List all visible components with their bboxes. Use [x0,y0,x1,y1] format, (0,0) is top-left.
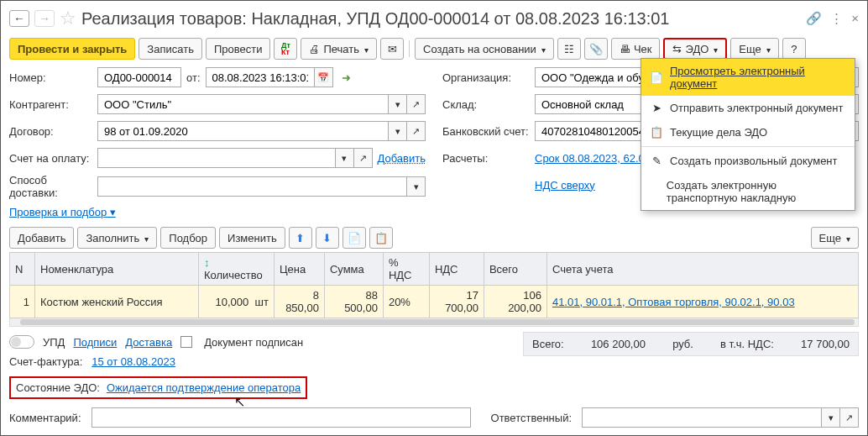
signed-checkbox[interactable] [180,336,192,348]
delivery-field[interactable] [102,180,402,194]
menu-send-edoc[interactable]: ➤ Отправить электронный документ [641,96,855,120]
move-up-button[interactable]: ⬆ [289,227,312,249]
date-field[interactable] [211,71,310,85]
dropdown-icon[interactable]: ▾ [389,121,407,141]
menu-current-edo[interactable]: 📋 Текущие дела ЭДО [641,120,855,144]
number-label: Номер: [9,71,97,84]
warehouse-label: Склад: [442,98,535,111]
open-icon[interactable]: ↗ [407,121,426,141]
copy-button[interactable]: 📄 [342,227,366,249]
posted-icon: ➜ [342,71,351,84]
open-icon[interactable]: ↗ [407,94,426,114]
dropdown-icon[interactable]: ▾ [389,94,407,114]
totals-bar: Всего: 106 200,00 руб. в т.ч. НДС: 17 70… [523,332,859,356]
check-link[interactable]: Проверка и подбор ▾ [9,206,116,218]
contract-label: Договор: [9,125,97,138]
from-label: от: [186,71,201,84]
list-icon: 📋 [650,126,663,139]
edo-status-link[interactable]: Ожидается подтверждение оператора [107,381,301,394]
col-price[interactable]: Цена [274,253,324,286]
comment-label: Комментарий: [9,412,81,424]
table-more-button[interactable]: Еще [811,227,859,249]
comment-field[interactable] [97,411,466,425]
dropdown-icon[interactable]: ▾ [407,176,426,197]
open-icon[interactable]: ↗ [840,407,859,428]
col-pvat[interactable]: % НДС [383,253,429,286]
cheque-button[interactable]: 🖶 Чек [611,38,661,60]
row-fill-button[interactable]: Заполнить [77,227,157,249]
accounts-link[interactable]: 41.01, 90.01.1, Оптовая торговля, 90.02.… [552,296,795,308]
items-table[interactable]: N Номенклатура ↕ Количество Цена Сумма %… [9,252,859,318]
sf-label: Счет-фактура: [9,355,82,368]
col-sum[interactable]: Сумма [324,253,383,286]
clip-button[interactable]: 📎 [584,38,608,60]
responsible-label: Ответственный: [491,412,572,424]
invoice-label: Счет на оплату: [9,152,97,165]
document-icon: 📄 [650,71,663,84]
delivery-label: Способ доставки: [9,174,97,199]
nav-back[interactable]: ← [9,10,29,27]
calc-label: Расчеты: [442,152,535,165]
dropdown-icon[interactable]: ▾ [336,148,354,168]
h-scrollbar[interactable] [9,318,859,327]
dtkt-button[interactable]: ДтКт [274,38,297,60]
help-button[interactable]: ? [782,38,806,60]
col-qty[interactable]: ↕ Количество [198,253,274,286]
move-down-button[interactable]: ⬇ [316,227,339,249]
kebab-icon[interactable]: ⋮ [830,11,843,26]
link-icon[interactable]: 🔗 [806,11,822,26]
upd-label: УПД [43,336,65,349]
col-acc[interactable]: Счета учета [546,253,858,286]
new-icon: ✎ [650,155,663,167]
shipping-link[interactable]: Доставка [125,336,172,349]
upd-toggle[interactable] [9,335,34,349]
edo-status-label: Состояние ЭДО: [16,381,100,394]
org-label: Организация: [442,71,535,84]
dropdown-icon[interactable]: ▾ [822,407,840,428]
menu-create-waybill[interactable]: Создать электронную транспортную накладн… [641,173,855,210]
page-title: Реализация товаров: Накладная, УПД ОД00-… [81,9,801,29]
col-vat[interactable]: НДС [429,253,484,286]
post-button[interactable]: Провести [206,38,271,60]
favorite-star-icon[interactable]: ☆ [60,8,76,29]
signatures-link[interactable]: Подписи [73,336,117,349]
send-icon: ➤ [650,102,663,114]
vat-link[interactable]: НДС сверху [535,179,595,192]
edo-button[interactable]: ⇆ ЭДО [663,38,727,60]
add-invoice-link[interactable]: Добавить [378,152,426,165]
more-button[interactable]: Еще [730,38,778,60]
menu-view-edoc[interactable]: 📄 Просмотреть электронный документ [641,59,855,96]
col-n[interactable]: N [10,253,35,286]
edo-dropdown-menu: 📄 Просмотреть электронный документ ➤ Отп… [641,58,855,211]
structure-button[interactable]: ☷ [557,38,581,60]
save-button[interactable]: Записать [139,38,202,60]
row-edit-button[interactable]: Изменить [219,227,285,249]
print-button[interactable]: 🖨 Печать [301,38,377,60]
sf-link[interactable]: 15 от 08.08.2023 [92,355,175,368]
nav-forward: → [34,10,55,27]
menu-create-doc[interactable]: ✎ Создать произвольный документ [641,149,855,173]
row-add-button[interactable]: Добавить [9,227,74,249]
table-row[interactable]: 1 Костюм женский Россия 10,000 шт 8 850,… [10,286,859,318]
contract-field[interactable] [102,124,384,139]
open-icon[interactable]: ↗ [354,148,373,168]
calendar-icon[interactable]: 📅 [315,67,333,87]
contragent-field[interactable] [102,97,384,112]
number-field[interactable] [102,71,176,85]
paste-button[interactable]: 📋 [369,227,393,249]
mail-button[interactable]: ✉ [380,38,404,60]
col-nom[interactable]: Номенклатура [35,253,199,286]
post-and-close-button[interactable]: Провести и закрыть [9,38,135,60]
signed-label: Документ подписан [204,336,303,349]
row-pick-button[interactable]: Подбор [160,227,216,249]
responsible-field[interactable] [587,411,817,425]
col-total[interactable]: Всего [484,253,546,286]
bank-label: Банковский счет: [442,125,535,138]
edo-status-box: Состояние ЭДО: Ожидается подтверждение о… [9,376,307,399]
contragent-label: Контрагент: [9,98,97,111]
close-icon[interactable]: × [851,11,859,26]
invoice-field[interactable] [102,151,331,165]
create-based-button[interactable]: Создать на основании [415,38,554,60]
